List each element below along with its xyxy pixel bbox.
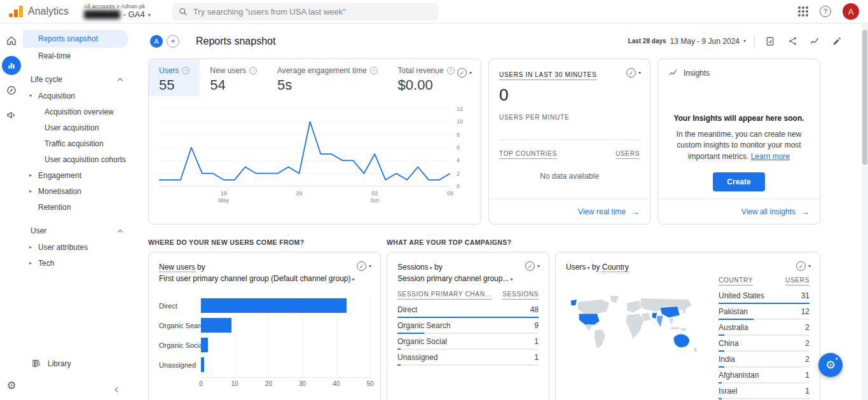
users-metric-selector[interactable]: Users▾ — [566, 263, 589, 272]
create-insight-button[interactable]: Create — [713, 172, 764, 191]
metric-label: Users — [159, 66, 179, 75]
insights-button[interactable] — [808, 34, 822, 48]
scrollbar-thumb[interactable] — [862, 30, 867, 165]
map-region-canada — [578, 300, 609, 314]
learn-more-link[interactable]: Learn more — [751, 152, 790, 161]
table-row: India2 — [719, 352, 809, 368]
svg-text:May: May — [218, 197, 230, 203]
row-bar — [397, 348, 539, 350]
table-row: Unassigned1 — [397, 350, 539, 366]
scrollbar-track[interactable] — [862, 24, 868, 400]
sessions-metric-selector[interactable]: Sessions▾ — [397, 263, 432, 272]
bar-plot — [201, 296, 370, 377]
explore-nav-icon[interactable] — [2, 81, 21, 100]
advertising-nav-icon[interactable] — [2, 106, 21, 125]
data-quality-badge[interactable]: ✓ ▾ — [796, 261, 811, 271]
bar-category-label: Organic Social — [159, 335, 201, 355]
nav-item-label: User acquisition cohorts — [45, 155, 126, 164]
bar-category-label: Direct — [159, 296, 201, 315]
help-icon[interactable]: ? — [820, 6, 831, 17]
metric-tab-users[interactable]: Users?55 — [149, 59, 200, 96]
data-quality-badge[interactable]: ✓ ▾ — [525, 261, 540, 271]
sidebar-item-retention[interactable]: Retention — [23, 199, 128, 215]
svg-text:02: 02 — [371, 190, 378, 197]
sidebar-item-user-acquisition[interactable]: User acquisition — [23, 120, 128, 135]
add-comparison-button[interactable]: + — [167, 35, 179, 48]
row-bar — [719, 366, 809, 368]
sidebar-item-engagement[interactable]: ▸Engagement — [23, 167, 128, 183]
share-button[interactable] — [785, 34, 799, 48]
bar-organic-social[interactable] — [201, 338, 208, 352]
analytics-logo-icon[interactable] — [9, 6, 23, 17]
metric-tab-average-engagement-time[interactable]: Average engagement time?5s — [267, 59, 388, 96]
sidebar-item-user-attributes[interactable]: ▸User attributes — [23, 239, 128, 255]
sidebar-item-reports-snapshot[interactable]: Reports snapshot — [23, 30, 128, 48]
bar-category-label: Organic Search — [159, 315, 201, 335]
data-quality-badge[interactable]: ✓ ▾ — [626, 68, 641, 78]
account-switcher[interactable]: All accounts > Adnan.pk Adnan.pk - GA4 ▾ — [84, 3, 151, 19]
sessions-dimension-selector[interactable]: Session primary channel group...▾ — [397, 273, 539, 284]
caret-down-icon: ▾ — [369, 263, 371, 269]
search-icon — [179, 7, 188, 17]
country-column-header: COUNTRY — [719, 277, 753, 286]
row-label: Australia — [719, 323, 748, 332]
sessions-val-header: SESSIONS — [502, 291, 539, 300]
reports-nav-icon[interactable] — [2, 56, 21, 75]
sidebar-item-library[interactable]: Library — [23, 359, 71, 368]
chevron-up-icon — [118, 230, 123, 235]
sidebar-item-acquisition[interactable]: ▾Acquisition — [23, 88, 128, 104]
country-dimension[interactable]: Country — [602, 263, 629, 272]
admin-gear-icon[interactable]: ⚙ — [2, 376, 21, 395]
sidebar-item-traffic-acquisition[interactable]: Traffic acquisition — [23, 135, 128, 151]
bar-organic-search[interactable] — [201, 318, 231, 333]
arrow-right-icon: → — [801, 207, 809, 217]
check-circle-icon: ✓ — [357, 261, 366, 271]
apps-grid-icon[interactable] — [798, 6, 808, 17]
nav-item-label: Tech — [38, 259, 54, 268]
edit-report-button[interactable] — [830, 34, 844, 48]
comparisons-button[interactable] — [763, 34, 777, 48]
metric-tab-new-users[interactable]: New users?54 — [200, 59, 267, 96]
analytics-app: Analytics All accounts > Adnan.pk Adnan.… — [0, 0, 868, 400]
user-avatar[interactable]: A — [843, 3, 859, 20]
axis-tick-label: 40 — [333, 380, 340, 387]
date-range-picker[interactable]: Last 28 days 13 May - 9 Jun 2024 ▾ — [628, 37, 746, 46]
search-bar[interactable] — [172, 3, 438, 20]
row-bar — [719, 319, 809, 320]
svg-text:6: 6 — [457, 144, 460, 151]
sidebar-section-life-cycle[interactable]: Life cycle — [23, 71, 144, 88]
new-users-metric[interactable]: New users — [159, 263, 195, 272]
users-by-country-card: ✓ ▾ Users▾ by Country — [555, 252, 820, 400]
map-region-china — [661, 307, 680, 317]
table-row: Afghanistan1 — [719, 368, 809, 383]
assistant-fab[interactable]: ⚙ ✦ — [818, 353, 843, 377]
view-all-insights-link[interactable]: View all insights → — [658, 198, 820, 224]
svg-text:26: 26 — [296, 190, 302, 197]
data-quality-badge[interactable]: ✓ ▾ — [457, 68, 472, 78]
date-range-value: 13 May - 9 Jun 2024 — [670, 37, 740, 46]
metric-label: Average engagement time — [277, 66, 367, 75]
home-nav-icon[interactable] — [2, 31, 21, 50]
report-avatar[interactable]: A — [150, 35, 163, 48]
sidebar-item-acquisition-overview[interactable]: Acquisition overview — [23, 104, 128, 120]
row-bar — [397, 317, 539, 318]
bar-direct[interactable] — [201, 298, 347, 313]
sidebar-section-user[interactable]: User — [23, 223, 144, 239]
bar-category-label: Unassigned — [159, 355, 201, 375]
sidebar-item-user-acquisition-cohorts[interactable]: User acquisition cohorts — [23, 151, 128, 167]
metric-value: $0.00 — [398, 77, 455, 93]
map-region-greenland — [610, 296, 619, 303]
caret-down-icon: ▾ — [430, 265, 432, 271]
search-input[interactable] — [193, 7, 432, 17]
view-realtime-link[interactable]: View real time → — [489, 198, 650, 224]
data-quality-badge[interactable]: ✓ ▾ — [357, 261, 371, 271]
sidebar-item-monetisation[interactable]: ▸Monetisation — [23, 183, 128, 199]
nav-item-label: Reports snapshot — [38, 34, 98, 43]
sidebar-item-tech[interactable]: ▸Tech — [23, 255, 128, 271]
metric-tab-total-revenue[interactable]: Total revenue?$0.00 — [388, 59, 465, 96]
bar-unassigned[interactable] — [201, 357, 204, 372]
channel-dimension-selector[interactable]: First user primary channel group (Defaul… — [159, 273, 370, 284]
sidebar-item-real-time[interactable]: Real-time — [23, 48, 128, 64]
collapse-sidebar-button[interactable] — [116, 384, 120, 394]
row-bar — [719, 398, 809, 399]
